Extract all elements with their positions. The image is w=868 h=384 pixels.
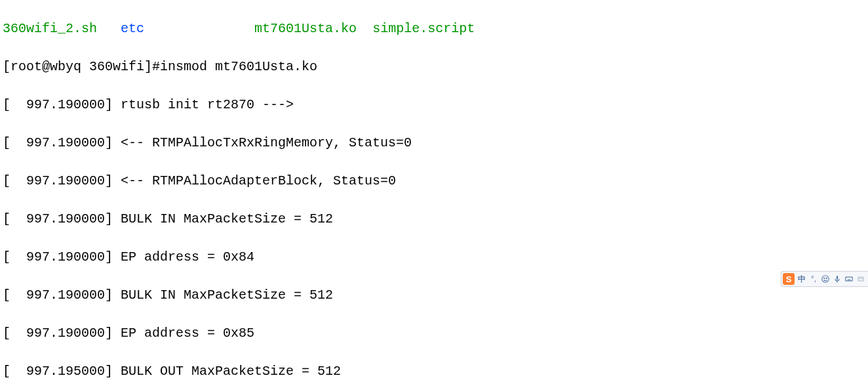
svg-point-1 <box>824 278 825 278</box>
dmesg-line: [ 997.190000] <-- RTMPAllocTxRxRingMemor… <box>3 133 865 152</box>
ls-file-2: mt7601Usta.ko <box>254 21 357 36</box>
dmesg-line: [ 997.190000] <-- RTMPAllocAdapterBlock,… <box>3 171 865 190</box>
svg-rect-5 <box>846 277 853 281</box>
dmesg-line: [ 997.190000] EP address = 0x84 <box>3 247 865 267</box>
svg-point-0 <box>822 276 829 283</box>
dmesg-line: [ 997.190000] BULK IN MaxPacketSize = 51… <box>3 286 865 305</box>
ime-softkeyboard-icon[interactable] <box>843 273 855 285</box>
svg-point-2 <box>826 278 827 278</box>
ls-file-1: 360wifi_2.sh <box>3 21 97 36</box>
ime-punctuation-toggle[interactable]: °, <box>808 273 819 285</box>
terminal-output[interactable]: 360wifi_2.sh etc mt7601Usta.ko simple.sc… <box>0 0 868 384</box>
svg-rect-3 <box>837 276 838 280</box>
shell-command: insmod mt7601Usta.ko <box>160 59 317 74</box>
prompt-line: [root@wbyq 360wifi]#insmod mt7601Usta.ko <box>3 57 865 76</box>
ls-line: 360wifi_2.sh etc mt7601Usta.ko simple.sc… <box>3 19 865 38</box>
shell-prompt: [root@wbyq 360wifi]# <box>3 59 160 74</box>
ime-voice-icon[interactable] <box>831 273 843 285</box>
ls-dir-1: etc <box>121 21 144 36</box>
ime-language-toggle[interactable]: 中 <box>796 273 808 285</box>
dmesg-line: [ 997.190000] EP address = 0x85 <box>3 324 865 343</box>
ime-toolbar[interactable]: S 中 °, <box>781 271 868 287</box>
dmesg-line: [ 997.190000] BULK IN MaxPacketSize = 51… <box>3 209 865 228</box>
ime-emoji-icon[interactable] <box>819 273 831 285</box>
dmesg-line: [ 997.195000] BULK OUT MaxPacketSize = 5… <box>3 362 865 381</box>
dmesg-line: [ 997.190000] rtusb init rt2870 ---> <box>3 95 865 114</box>
ls-file-3: simple.script <box>372 21 475 36</box>
svg-rect-4 <box>837 281 837 282</box>
ime-logo-text: S <box>786 270 792 289</box>
ime-settings-icon[interactable] <box>855 273 867 285</box>
ime-logo-icon[interactable]: S <box>783 273 795 285</box>
